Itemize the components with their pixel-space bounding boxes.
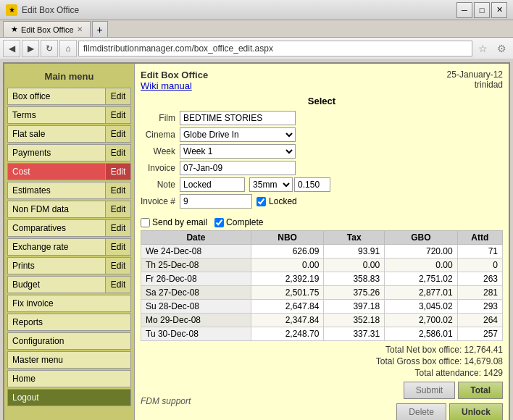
reload-button[interactable]: ↻: [41, 40, 58, 57]
cell-gbo: 2,586.01: [385, 327, 458, 341]
sidebar-item-master-menu[interactable]: Master menu: [7, 351, 131, 369]
active-tab[interactable]: ★ Edit Box Office ✕: [3, 21, 91, 37]
sidebar-item-prints[interactable]: Prints Edit: [7, 257, 131, 274]
sidebar-label-budget[interactable]: Budget: [7, 276, 106, 293]
locked-check-group: Locked: [256, 196, 297, 206]
sidebar-item-non-fdm[interactable]: Non FDM data Edit: [7, 201, 131, 218]
sidebar-item-comparatives[interactable]: Comparatives Edit: [7, 219, 131, 237]
delete-button[interactable]: Delete: [396, 403, 446, 420]
invoice-input[interactable]: [180, 161, 296, 175]
cell-nbo: 0.00: [251, 259, 324, 272]
window-controls[interactable]: ─ □ ✕: [456, 2, 507, 18]
sidebar-item-exchange-rate[interactable]: Exchange rate Edit: [7, 238, 131, 256]
sidebar-edit-prints[interactable]: Edit: [106, 257, 131, 274]
sidebar-edit-terms[interactable]: Edit: [106, 106, 131, 124]
sidebar-item-logout[interactable]: Logout: [7, 389, 131, 406]
sidebar-label-comparatives[interactable]: Comparatives: [7, 219, 106, 237]
cell-tax: 337.31: [324, 327, 385, 341]
total-gross: Total Gross box office: 14,679.08: [141, 356, 503, 367]
send-email-checkbox[interactable]: [141, 218, 150, 227]
locked-checkbox[interactable]: [256, 197, 266, 206]
sidebar-item-box-office[interactable]: Box office Edit: [7, 88, 131, 105]
sidebar-edit-non-fdm[interactable]: Edit: [106, 201, 131, 218]
table-row: Su 28-Dec-08 2,647.84 397.18 3,045.02 29…: [141, 300, 503, 314]
cell-gbo: 2,751.02: [385, 272, 458, 286]
sidebar-edit-flat-sale[interactable]: Edit: [106, 125, 131, 143]
sidebar-item-terms[interactable]: Terms Edit: [7, 106, 131, 124]
total-button[interactable]: Total: [458, 382, 503, 399]
sidebar-item-configuration[interactable]: Configuration: [7, 332, 131, 350]
checkbox-row: Send by email Complete: [141, 217, 503, 227]
table-row: We 24-Dec-08 626.09 93.91 720.00 71: [141, 245, 503, 259]
invoice-num-input[interactable]: [180, 194, 252, 209]
mm-value-input[interactable]: [294, 177, 330, 192]
sidebar-edit-cost[interactable]: Edit: [106, 163, 131, 180]
cell-date: Th 25-Dec-08: [141, 259, 251, 272]
week-select[interactable]: Week 1: [180, 144, 296, 159]
address-bar[interactable]: filmdistributionmanager.com/box_office_e…: [78, 41, 472, 56]
new-tab-button[interactable]: +: [92, 21, 108, 37]
table-row: Sa 27-Dec-08 2,501.75 375.26 2,877.01 28…: [141, 286, 503, 300]
forward-button[interactable]: ▶: [22, 40, 39, 57]
wrench-button[interactable]: ⚙: [493, 40, 510, 57]
cell-attd: 293: [457, 300, 502, 314]
back-button[interactable]: ◀: [3, 40, 20, 57]
minimize-button[interactable]: ─: [456, 2, 472, 18]
note-input[interactable]: [180, 177, 245, 192]
col-date: Date: [141, 231, 251, 245]
week-label: Week: [141, 146, 175, 156]
sidebar-item-estimates[interactable]: Estimates Edit: [7, 182, 131, 199]
sidebar-edit-comparatives[interactable]: Edit: [106, 219, 131, 237]
sidebar-label-box-office[interactable]: Box office: [7, 88, 106, 105]
cell-gbo: 2,877.01: [385, 286, 458, 300]
sidebar-item-budget[interactable]: Budget Edit: [7, 276, 131, 293]
sidebar-item-fix-invoice[interactable]: Fix invoice: [7, 295, 131, 312]
sidebar-edit-budget[interactable]: Edit: [106, 276, 131, 293]
content-area: Edit Box Office Wiki manual 25-January-1…: [135, 64, 509, 420]
sidebar-edit-estimates[interactable]: Edit: [106, 182, 131, 199]
sidebar-label-exchange-rate[interactable]: Exchange rate: [7, 238, 106, 256]
cinema-label: Cinema: [141, 130, 175, 140]
locked-label: Locked: [269, 196, 297, 206]
sidebar-label-terms[interactable]: Terms: [7, 106, 106, 124]
complete-label: Complete: [226, 217, 263, 227]
sidebar-label-non-fdm[interactable]: Non FDM data: [7, 201, 106, 218]
sidebar-item-home[interactable]: Home: [7, 370, 131, 387]
cell-nbo: 2,647.84: [251, 300, 324, 314]
wiki-manual-link[interactable]: Wiki manual: [141, 80, 208, 91]
cell-date: Su 28-Dec-08: [141, 300, 251, 314]
sidebar-label-estimates[interactable]: Estimates: [7, 182, 106, 199]
browser-title: Edit Box Office: [22, 5, 456, 15]
sidebar-label-prints[interactable]: Prints: [7, 257, 106, 274]
sidebar-edit-exchange-rate[interactable]: Edit: [106, 238, 131, 256]
film-input[interactable]: [180, 111, 296, 125]
mm-select[interactable]: 35mm: [249, 177, 293, 192]
unlock-button[interactable]: Unlock: [449, 403, 503, 420]
sidebar-item-flat-sale[interactable]: Flat sale Edit: [7, 125, 131, 143]
sidebar-label-flat-sale[interactable]: Flat sale: [7, 125, 106, 143]
maximize-button[interactable]: □: [474, 2, 490, 18]
top-btn-row: Submit Total: [404, 382, 503, 399]
tab-close-button[interactable]: ✕: [77, 25, 83, 33]
complete-checkbox[interactable]: [214, 218, 224, 227]
cell-tax: 0.00: [324, 259, 385, 272]
bookmark-button[interactable]: ☆: [474, 40, 491, 57]
sidebar-item-cost[interactable]: Cost Edit: [7, 163, 131, 180]
sidebar-item-reports[interactable]: Reports: [7, 314, 131, 331]
sidebar-edit-payments[interactable]: Edit: [106, 144, 131, 161]
invoice-num-label: Invoice #: [141, 196, 175, 206]
sidebar-label-cost[interactable]: Cost: [7, 163, 106, 180]
submit-button[interactable]: Submit: [404, 382, 455, 399]
close-button[interactable]: ✕: [491, 2, 507, 18]
sidebar-label-payments[interactable]: Payments: [7, 144, 106, 161]
cinema-select[interactable]: Globe Drive In: [180, 127, 296, 142]
content-titles: Edit Box Office Wiki manual: [141, 70, 208, 91]
invoice-num-row: Locked: [180, 194, 330, 209]
cell-gbo: 2,700.02: [385, 314, 458, 327]
sidebar-edit-box-office[interactable]: Edit: [106, 88, 131, 105]
home-button[interactable]: ⌂: [59, 40, 77, 57]
sidebar-title: Main menu: [7, 67, 131, 86]
sidebar-item-payments[interactable]: Payments Edit: [7, 144, 131, 161]
main-area: Main menu Box office Edit Terms Edit Fla…: [3, 62, 510, 420]
cell-date: We 24-Dec-08: [141, 245, 251, 259]
